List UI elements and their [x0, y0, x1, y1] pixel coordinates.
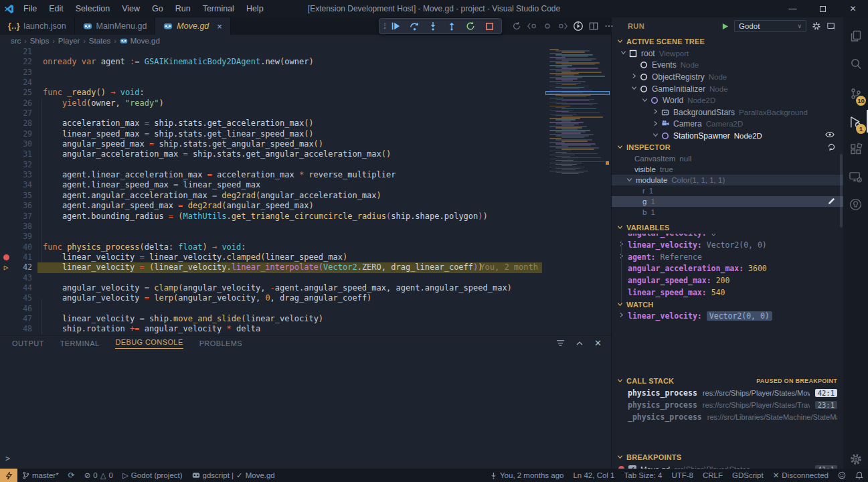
- panel-tab-debug-console[interactable]: DEBUG CONSOLE: [115, 338, 183, 349]
- menu-item-edit[interactable]: Edit: [43, 0, 70, 17]
- minimize-button[interactable]: —: [778, 0, 808, 17]
- chevron-down-icon[interactable]: [618, 50, 628, 57]
- run-circle-icon[interactable]: [572, 19, 585, 33]
- tab-move-gd[interactable]: Move.gd×: [155, 17, 231, 35]
- code-line-39[interactable]: 39: [0, 232, 611, 242]
- gutter[interactable]: 39: [0, 232, 37, 242]
- call-stack-header[interactable]: CALL STACKPAUSED ON BREAKPOINT: [612, 375, 844, 387]
- source-control-icon[interactable]: 10: [843, 80, 868, 107]
- breadcrumb-item-src[interactable]: src: [11, 37, 21, 45]
- code-line-41[interactable]: 41 linear_velocity = linear_velocity.cla…: [0, 252, 611, 262]
- gutter[interactable]: 21: [0, 47, 37, 57]
- tab-launch-json[interactable]: {‥}launch.json: [0, 17, 75, 35]
- gear-icon[interactable]: [812, 21, 821, 31]
- gutter[interactable]: 34: [0, 180, 37, 190]
- breakpoints-header[interactable]: BREAKPOINTS: [612, 451, 844, 463]
- feedback-item[interactable]: [833, 469, 851, 482]
- code-line-37[interactable]: 37 agent.bounding_radius = (MathUtils.ge…: [0, 212, 611, 222]
- tab-mainmenu-gd[interactable]: MainMenu.gd: [75, 17, 156, 35]
- code-line-22[interactable]: 22onready var agent := GSAIKinematicBody…: [0, 57, 611, 67]
- code-line-48[interactable]: 48 ship.rotation += angular_velocity * d…: [0, 324, 611, 334]
- gutter[interactable]: 41: [0, 252, 37, 262]
- code-line-29[interactable]: 29 linear_speed_max = ship.stats.get_lin…: [0, 129, 611, 139]
- code-line-44[interactable]: 44 angular_velocity = clamp(angular_velo…: [0, 283, 611, 293]
- filter-icon[interactable]: [556, 338, 565, 348]
- minimap[interactable]: [545, 47, 610, 335]
- scene-tree-node-objectregistry[interactable]: ObjectRegistryNode: [612, 71, 844, 83]
- menu-item-terminal[interactable]: Terminal: [197, 0, 240, 17]
- gutter[interactable]: 40: [0, 242, 37, 252]
- inspector-header[interactable]: INSPECTOR: [612, 141, 844, 153]
- eol[interactable]: CRLF: [698, 469, 727, 482]
- git-branch-item[interactable]: master*: [17, 469, 64, 482]
- refresh-icon[interactable]: [827, 143, 836, 153]
- code-line-30[interactable]: 30 angular_speed_max = ship.stats.get_an…: [0, 139, 611, 149]
- start-debug-icon[interactable]: [721, 23, 729, 30]
- panel-tab-output[interactable]: OUTPUT: [12, 339, 44, 347]
- gutter[interactable]: 43: [0, 273, 37, 283]
- scene-tree-node-root[interactable]: rootViewport: [612, 48, 844, 60]
- chevron-right-icon[interactable]: [650, 108, 660, 116]
- blame-item[interactable]: You, 2 months ago: [485, 469, 568, 482]
- gutter[interactable]: 33: [0, 170, 37, 180]
- code-line-38[interactable]: 38: [0, 222, 611, 232]
- step-into-icon[interactable]: [425, 19, 441, 33]
- panel-tab-problems[interactable]: PROBLEMS: [199, 339, 242, 347]
- variable-row-angular_acceleration_max[interactable]: angular_acceleration_max:3600: [612, 262, 844, 274]
- menu-item-run[interactable]: Run: [169, 0, 197, 17]
- sync-icon[interactable]: [510, 19, 523, 33]
- nav-forward-icon[interactable]: [556, 19, 570, 33]
- gutter[interactable]: 32: [0, 160, 37, 170]
- panel-tab-terminal[interactable]: TERMINAL: [60, 339, 100, 347]
- gutter[interactable]: 27: [0, 108, 37, 118]
- scene-tree-node-backgroundstars[interactable]: BackgroundStarsParallaxBackground: [612, 106, 844, 118]
- gutter[interactable]: 23: [0, 68, 37, 78]
- chevron-down-icon[interactable]: [650, 132, 660, 139]
- code-line-36[interactable]: 36 agent.angular_speed_max = deg2rad(ang…: [0, 201, 611, 211]
- drag-handle-icon[interactable]: ⁞⁞: [383, 22, 385, 30]
- scene-tree-header[interactable]: ACTIVE SCENE TREE: [612, 35, 844, 48]
- language-mode[interactable]: GDScript: [727, 469, 768, 482]
- gutter[interactable]: 25: [0, 88, 37, 98]
- split-editor-icon[interactable]: [587, 19, 600, 33]
- chevron-right-icon[interactable]: [618, 312, 624, 319]
- gutter[interactable]: 44: [0, 283, 37, 293]
- watch-header[interactable]: WATCH: [612, 299, 844, 311]
- scene-tree-node-gameinitializer[interactable]: GameInitializerNode: [612, 83, 844, 95]
- gutter[interactable]: 26: [0, 98, 37, 108]
- gutter[interactable]: ▷42: [0, 262, 37, 272]
- gutter[interactable]: 48: [0, 324, 37, 334]
- code-line-45[interactable]: 45 angular_velocity = lerp(angular_veloc…: [0, 293, 611, 303]
- files-icon[interactable]: [843, 23, 868, 50]
- breadcrumb-item-ships[interactable]: Ships: [30, 37, 50, 45]
- scene-tree-node-camera[interactable]: CameraCamera2D: [612, 118, 844, 131]
- menu-item-selection[interactable]: Selection: [70, 0, 116, 17]
- gdscript-item[interactable]: gdscript | ✓ Move.gd: [187, 469, 280, 482]
- problems-item[interactable]: ⊘ 0 △ 0: [80, 469, 118, 482]
- pencil-icon[interactable]: [827, 197, 836, 207]
- chevron-down-icon[interactable]: [629, 85, 638, 92]
- code-line-43[interactable]: 43: [0, 273, 611, 283]
- cursor-position[interactable]: Ln 42, Col 1: [568, 469, 619, 482]
- chevron-up-icon[interactable]: [576, 338, 584, 348]
- gutter[interactable]: 31: [0, 149, 37, 159]
- close-tab-icon[interactable]: ×: [217, 21, 222, 31]
- scene-tree-node-events[interactable]: EventsNode: [612, 60, 844, 72]
- variable-row-linear_velocity[interactable]: linear_velocity:Vector2(0, 0): [612, 310, 844, 322]
- menu-item-view[interactable]: View: [116, 0, 146, 17]
- breadcrumb-item-player[interactable]: Player: [58, 37, 80, 45]
- gutter[interactable]: 35: [0, 191, 37, 201]
- gutter[interactable]: 38: [0, 222, 37, 232]
- launch-config-select[interactable]: Godot ∨: [734, 20, 806, 32]
- eye-icon[interactable]: [825, 131, 835, 141]
- breadcrumb-item-move-gd[interactable]: Move.gd: [120, 37, 160, 45]
- call-stack-frame-0[interactable]: physics_processres://src/Ships/Player/St…: [612, 387, 844, 399]
- chevron-right-icon[interactable]: [629, 73, 638, 80]
- variables-header[interactable]: VARIABLES: [612, 222, 844, 234]
- gutter[interactable]: 36: [0, 201, 37, 211]
- run-debug-icon[interactable]: 1: [843, 108, 868, 135]
- code-line-46[interactable]: 46: [0, 304, 611, 314]
- code-line-42[interactable]: ▷42 linear_velocity = (linear_velocity.l…: [0, 262, 611, 272]
- restart-icon[interactable]: [462, 19, 479, 33]
- code-line-21[interactable]: 21: [0, 47, 611, 57]
